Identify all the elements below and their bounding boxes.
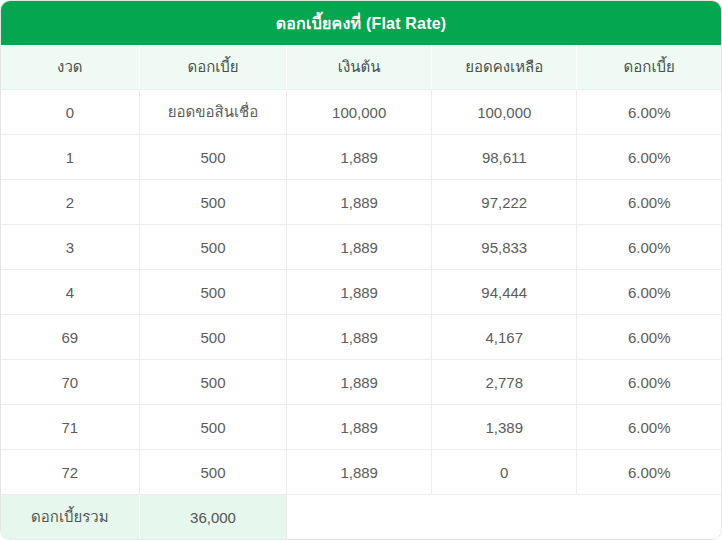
flat-rate-table: งวด ดอกเบี้ย เงินต้น ยอดคงเหลือ ดอกเบี้ย… [1,45,721,539]
footer-empty-cell [287,495,721,540]
cell-principal: 1,889 [287,315,432,360]
cell-rate: 6.00% [577,405,721,450]
cell-rate: 6.00% [577,90,721,135]
table-row: 70 500 1,889 2,778 6.00% [1,360,721,405]
cell-principal: 1,889 [287,180,432,225]
cell-balance: 94,444 [432,270,577,315]
cell-period: 69 [1,315,139,360]
cell-principal: 1,889 [287,405,432,450]
cell-period: 71 [1,405,139,450]
table-row: 69 500 1,889 4,167 6.00% [1,315,721,360]
cell-rate: 6.00% [577,225,721,270]
cell-rate: 6.00% [577,135,721,180]
cell-rate: 6.00% [577,450,721,495]
column-header-rate: ดอกเบี้ย [577,45,721,90]
cell-principal: 100,000 [287,90,432,135]
cell-interest: 500 [139,270,287,315]
cell-period: 3 [1,225,139,270]
cell-period: 1 [1,135,139,180]
cell-balance: 95,833 [432,225,577,270]
cell-rate: 6.00% [577,315,721,360]
table-header-row: งวด ดอกเบี้ย เงินต้น ยอดคงเหลือ ดอกเบี้ย [1,45,721,90]
cell-interest: ยอดขอสินเชื่อ [139,90,287,135]
cell-interest: 500 [139,135,287,180]
table-row: 3 500 1,889 95,833 6.00% [1,225,721,270]
cell-period: 0 [1,90,139,135]
flat-rate-table-card: ดอกเบี้ยคงที่ (Flat Rate) งวด ดอกเบี้ย เ… [0,0,722,540]
cell-interest: 500 [139,360,287,405]
column-header-balance: ยอดคงเหลือ [432,45,577,90]
cell-balance: 1,389 [432,405,577,450]
cell-rate: 6.00% [577,360,721,405]
cell-balance: 100,000 [432,90,577,135]
cell-period: 72 [1,450,139,495]
cell-balance: 4,167 [432,315,577,360]
table-row: 0 ยอดขอสินเชื่อ 100,000 100,000 6.00% [1,90,721,135]
cell-balance: 2,778 [432,360,577,405]
cell-interest: 500 [139,405,287,450]
cell-rate: 6.00% [577,180,721,225]
cell-principal: 1,889 [287,270,432,315]
cell-balance: 97,222 [432,180,577,225]
column-header-interest: ดอกเบี้ย [139,45,287,90]
cell-balance: 98,611 [432,135,577,180]
cell-interest: 500 [139,450,287,495]
cell-interest: 500 [139,315,287,360]
cell-principal: 1,889 [287,135,432,180]
table-row: 71 500 1,889 1,389 6.00% [1,405,721,450]
column-header-principal: เงินต้น [287,45,432,90]
table-title: ดอกเบี้ยคงที่ (Flat Rate) [1,1,721,45]
cell-balance: 0 [432,450,577,495]
cell-interest: 500 [139,225,287,270]
total-interest-value: 36,000 [139,495,287,540]
cell-principal: 1,889 [287,360,432,405]
table-footer-row: ดอกเบี้ยรวม 36,000 [1,495,721,540]
table-row: 72 500 1,889 0 6.00% [1,450,721,495]
cell-period: 2 [1,180,139,225]
cell-period: 4 [1,270,139,315]
cell-rate: 6.00% [577,270,721,315]
cell-interest: 500 [139,180,287,225]
table-row: 2 500 1,889 97,222 6.00% [1,180,721,225]
table-row: 4 500 1,889 94,444 6.00% [1,270,721,315]
cell-period: 70 [1,360,139,405]
cell-principal: 1,889 [287,225,432,270]
table-row: 1 500 1,889 98,611 6.00% [1,135,721,180]
total-interest-label: ดอกเบี้ยรวม [1,495,139,540]
column-header-period: งวด [1,45,139,90]
cell-principal: 1,889 [287,450,432,495]
